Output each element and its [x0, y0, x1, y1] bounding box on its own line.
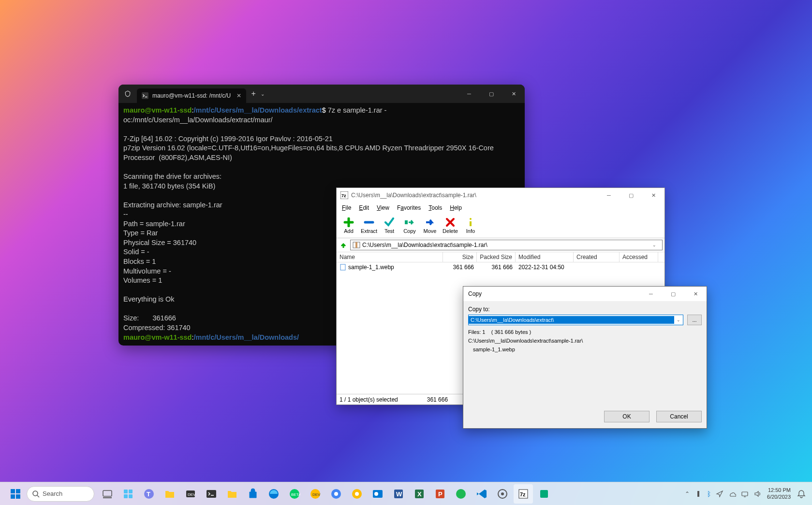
windows-icon: [10, 488, 21, 500]
test-button[interactable]: Test: [379, 217, 399, 234]
dev-home-button[interactable]: DEV: [181, 484, 200, 504]
chrome-button[interactable]: [326, 484, 346, 504]
maximize-button[interactable]: ▢: [480, 86, 502, 101]
menubar: File Edit View Favorites Tools Help: [337, 202, 664, 213]
header-packed[interactable]: Packed Size: [477, 252, 516, 262]
menu-favorites[interactable]: Favorites: [394, 203, 424, 212]
bluetooth-icon[interactable]: ᛒ: [707, 490, 711, 498]
word-button[interactable]: W: [389, 484, 408, 504]
volume-icon[interactable]: [753, 490, 761, 498]
copy-button[interactable]: Copy: [399, 217, 420, 234]
chat-button[interactable]: T: [139, 484, 159, 504]
terminal-app-button[interactable]: [202, 484, 221, 504]
prompt-user: mauro@vm-w11-ssd: [123, 333, 192, 341]
location-icon[interactable]: [716, 490, 723, 498]
header-accessed[interactable]: Accessed: [620, 252, 658, 262]
sevenzip-app-button[interactable]: 7z: [514, 484, 533, 504]
close-tab-icon[interactable]: ✕: [236, 92, 241, 99]
addressbar[interactable]: C:\Users\m__la\Downloads\extract\sample-…: [350, 240, 663, 250]
minimize-button[interactable]: ─: [458, 86, 480, 101]
store-button[interactable]: [243, 484, 263, 504]
delete-button[interactable]: Delete: [440, 217, 460, 234]
up-arrow-icon[interactable]: [339, 240, 348, 250]
outlook-button[interactable]: [368, 484, 387, 504]
file-row[interactable]: sample-1_1.webp 361 666 361 666 2022-12-…: [337, 262, 664, 272]
menu-file[interactable]: File: [339, 203, 354, 212]
close-button[interactable]: ✕: [502, 86, 525, 101]
prompt-path: /mnt/c/Users/m__la/Downloads/: [194, 333, 299, 341]
dialog-titlebar[interactable]: Copy ─ ▢ ✕: [463, 287, 707, 301]
vscode-button[interactable]: [472, 484, 491, 504]
svg-text:W: W: [396, 491, 402, 498]
add-button[interactable]: Add: [339, 217, 359, 234]
edge-dev-button[interactable]: DEV: [306, 484, 325, 504]
system-tray[interactable]: ⌃ ᛒ: [685, 490, 761, 498]
header-created[interactable]: Created: [574, 252, 620, 262]
tab-dropdown-icon[interactable]: ⌄: [261, 91, 270, 97]
svg-point-32: [334, 492, 338, 496]
output-line: Extracting archive: sample-1.rar: [123, 201, 222, 209]
network-icon[interactable]: [741, 490, 749, 498]
chevron-down-icon[interactable]: ⌄: [674, 317, 683, 322]
terminal-titlebar[interactable]: mauro@vm-w11-ssd: /mnt/c/U ✕ + ⌄ ─ ▢ ✕: [118, 85, 525, 103]
settings-app-button[interactable]: [493, 484, 512, 504]
svg-point-43: [456, 489, 466, 499]
menu-help[interactable]: Help: [446, 203, 465, 212]
header-modified[interactable]: Modified: [516, 252, 574, 262]
spotify-button[interactable]: [451, 484, 471, 504]
header-size[interactable]: Size: [443, 252, 477, 262]
time: 12:50 PM: [767, 487, 791, 493]
terminal-icon: [142, 92, 148, 99]
output-line: Path = sample-1.rar: [123, 220, 185, 228]
explorer-button[interactable]: [160, 484, 179, 504]
minimize-button[interactable]: ─: [598, 188, 620, 202]
move-arrow-icon: [424, 217, 436, 227]
edge-button[interactable]: [264, 484, 283, 504]
move-button[interactable]: Move: [420, 217, 440, 234]
maximize-button[interactable]: ▢: [662, 287, 684, 301]
task-view-button[interactable]: [98, 484, 117, 504]
close-button[interactable]: ✕: [642, 188, 664, 202]
edge-icon: [268, 488, 280, 500]
chevron-up-icon[interactable]: ⌃: [685, 491, 690, 497]
usb-icon[interactable]: [694, 490, 702, 498]
chrome-canary-button[interactable]: [347, 484, 367, 504]
menu-edit[interactable]: Edit: [355, 203, 372, 212]
app-button[interactable]: [534, 484, 554, 504]
terminal-icon: [206, 488, 217, 500]
header-name[interactable]: Name: [337, 252, 443, 262]
edge-beta-button[interactable]: BETA: [285, 484, 304, 504]
menu-view[interactable]: View: [373, 203, 393, 212]
powerpoint-button[interactable]: P: [430, 484, 450, 504]
info-button[interactable]: Info: [460, 217, 481, 234]
powerpoint-icon: P: [434, 488, 446, 500]
search-button[interactable]: Search: [27, 486, 94, 502]
chevron-down-icon[interactable]: ⌄: [652, 243, 660, 247]
maximize-button[interactable]: ▢: [620, 188, 642, 202]
svg-rect-9: [11, 489, 15, 493]
widgets-icon: [122, 488, 134, 500]
terminal-tab[interactable]: mauro@vm-w11-ssd: /mnt/c/U ✕: [137, 88, 246, 103]
menu-tools[interactable]: Tools: [425, 203, 445, 212]
start-button[interactable]: [6, 484, 25, 504]
explorer-folder-button[interactable]: [222, 484, 242, 504]
close-button[interactable]: ✕: [684, 287, 707, 301]
browse-button[interactable]: ...: [687, 315, 702, 325]
vscode-icon: [476, 488, 487, 500]
cancel-button[interactable]: Cancel: [656, 411, 702, 422]
onedrive-icon[interactable]: [728, 490, 736, 498]
sevenzip-titlebar[interactable]: 7z C:\Users\m__la\Downloads\extract\samp…: [337, 188, 664, 202]
notifications-icon[interactable]: [797, 489, 806, 499]
destination-combo[interactable]: C:\Users\m__la\Downloads\extract\ ⌄: [468, 315, 683, 325]
svg-rect-5: [470, 221, 472, 226]
clock[interactable]: 12:50 PM 6/20/2023: [767, 487, 791, 500]
new-tab-button[interactable]: +: [246, 89, 261, 98]
extract-button[interactable]: Extract: [359, 217, 379, 234]
ok-button[interactable]: OK: [604, 411, 650, 422]
widgets-button[interactable]: [118, 484, 138, 504]
excel-button[interactable]: X: [410, 484, 429, 504]
folder-icon: [226, 488, 238, 500]
minimize-button[interactable]: ─: [640, 287, 662, 301]
output-line: p7zip Version 16.02 (locale=C.UTF-8,Utf1…: [123, 144, 496, 161]
svg-text:7z: 7z: [520, 491, 526, 497]
